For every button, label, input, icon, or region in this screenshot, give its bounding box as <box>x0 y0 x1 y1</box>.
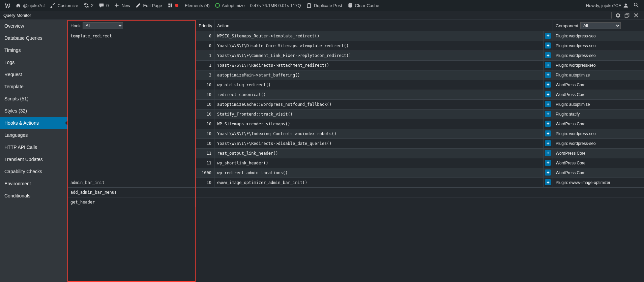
expand-button[interactable]: + <box>545 33 551 39</box>
action-cell: autoptimizeCache::wordpress_notfound_fal… <box>214 100 544 109</box>
priority-cell: 10 <box>196 109 214 119</box>
expand-cell: + <box>543 139 553 149</box>
expand-button[interactable]: + <box>545 111 551 117</box>
expand-button[interactable]: + <box>545 42 551 49</box>
wp-admin-bar: @jujoko7cf Customize 2 0 New Edit Page E… <box>0 0 644 11</box>
expand-button[interactable]: + <box>545 160 551 166</box>
component-cell: WordPress Core <box>553 168 644 178</box>
hook-name: add_admin_bar_menus <box>68 188 196 197</box>
component-cell: Plugin: autoptimize <box>553 100 644 109</box>
comment-icon <box>99 3 104 8</box>
action-cell: Yoast\W\S\I\F\Comment_Link_Fixer->replyt… <box>214 51 544 61</box>
nav-item-environment[interactable]: Environment <box>0 178 67 190</box>
empty-cell <box>196 188 644 197</box>
updates-link[interactable]: 2 <box>81 0 96 11</box>
action-cell: Yoast\W\S\I\F\Redirects->attachment_redi… <box>214 61 544 70</box>
col-priority: Priority <box>196 20 214 31</box>
component-cell: WordPress Core <box>553 149 644 158</box>
nav-item-transient-updates[interactable]: Transient Updates <box>0 153 67 165</box>
nav-item-styles-32-[interactable]: Styles (32) <box>0 105 67 117</box>
autoptimize-link[interactable]: Autoptimize <box>212 0 247 11</box>
component-cell: Plugin: wordpress-seo <box>553 129 644 139</box>
new-content-link[interactable]: New <box>111 0 133 11</box>
col-action: Action <box>214 20 553 31</box>
site-name-label: @jujoko7cf <box>23 3 45 8</box>
nav-item-logs[interactable]: Logs <box>0 56 67 68</box>
clear-cache-link[interactable]: Clear Cache <box>345 0 382 11</box>
elements-icon <box>168 3 173 8</box>
component-filter-select[interactable]: All <box>580 22 621 29</box>
expand-cell: + <box>543 51 553 61</box>
expand-button[interactable]: + <box>545 150 551 156</box>
expand-button[interactable]: + <box>545 140 551 146</box>
component-cell: Plugin: wordpress-seo <box>553 139 644 149</box>
component-cell: WordPress Core <box>553 119 644 129</box>
col-hook: Hook All <box>68 20 196 31</box>
priority-cell: 10 <box>196 90 214 100</box>
component-cell: Plugin: wordpress-seo <box>553 31 644 41</box>
qm-title-label: Query Monitor <box>3 13 610 18</box>
action-cell: ewww_image_optimizer_admin_bar_init() <box>214 178 544 188</box>
user-howdy[interactable]: Howdy, jujoko7CF <box>583 0 631 11</box>
nav-item-timings[interactable]: Timings <box>0 44 67 56</box>
wp-logo[interactable] <box>2 0 13 11</box>
expand-button[interactable]: + <box>545 72 551 78</box>
hook-filter-select[interactable]: All <box>83 22 123 29</box>
search-icon <box>634 3 639 8</box>
cache-icon <box>348 3 353 8</box>
expand-cell: + <box>543 41 553 51</box>
action-cell: WPSEO_Sitemaps_Router->template_redirect… <box>214 31 544 41</box>
duplicate-post-link[interactable]: Duplicate Post <box>304 0 345 11</box>
nav-item-capability-checks[interactable]: Capability Checks <box>0 165 67 178</box>
component-cell: Plugin: wordpress-seo <box>553 61 644 70</box>
expand-button[interactable]: + <box>545 121 551 127</box>
nav-item-scripts-51-[interactable]: Scripts (51) <box>0 93 67 105</box>
gear-icon <box>615 13 620 18</box>
howdy-label: Howdy, jujoko7CF <box>586 3 621 8</box>
popout-icon <box>624 13 630 18</box>
priority-cell: 1 <box>196 51 214 61</box>
nav-item-request[interactable]: Request <box>0 68 67 81</box>
expand-button[interactable]: + <box>545 52 551 58</box>
query-monitor-stats[interactable]: 0.47s 76.1MB 0.01s 117Q <box>247 0 304 11</box>
nav-item-hooks-actions[interactable]: Hooks & Actions <box>0 117 67 129</box>
elements-indicator[interactable]: Elements (4) <box>165 0 212 11</box>
nav-item-languages[interactable]: Languages <box>0 129 67 141</box>
priority-cell: 10 <box>196 80 214 90</box>
action-cell: WP_Sitemaps->render_sitemaps() <box>214 119 544 129</box>
duplicate-label: Duplicate Post <box>314 3 342 8</box>
site-name[interactable]: @jujoko7cf <box>13 0 48 11</box>
expand-button[interactable]: + <box>545 130 551 136</box>
nav-item-overview[interactable]: Overview <box>0 20 67 32</box>
comments-link[interactable]: 0 <box>96 0 111 11</box>
expand-cell: + <box>543 80 553 90</box>
nav-item-database-queries[interactable]: Database Queries <box>0 32 67 44</box>
action-cell: Yoast\W\S\I\F\Indexing_Controls->noindex… <box>214 129 544 139</box>
qm-close-button[interactable] <box>632 11 641 20</box>
priority-cell: 1 <box>196 61 214 70</box>
expand-cell: + <box>543 109 553 119</box>
customize-link[interactable]: Customize <box>48 0 81 11</box>
plus-icon <box>114 3 119 8</box>
expand-button[interactable]: + <box>545 179 551 185</box>
search-toggle[interactable] <box>631 0 642 11</box>
green-ring-icon <box>215 3 220 8</box>
expand-cell: + <box>543 100 553 109</box>
svg-point-0 <box>625 3 627 5</box>
nav-item-conditionals[interactable]: Conditionals <box>0 190 67 202</box>
component-cell: WordPress Core <box>553 158 644 168</box>
expand-cell: + <box>543 168 553 178</box>
expand-button[interactable]: + <box>545 82 551 88</box>
qm-popout-button[interactable] <box>622 11 632 20</box>
nav-item-http-api-calls[interactable]: HTTP API Calls <box>0 141 67 153</box>
expand-button[interactable]: + <box>545 91 551 97</box>
nav-item-template[interactable]: Template <box>0 81 67 93</box>
expand-button[interactable]: + <box>545 101 551 107</box>
customize-label: Customize <box>58 3 78 8</box>
expand-button[interactable]: + <box>545 62 551 68</box>
edit-page-link[interactable]: Edit Page <box>133 0 165 11</box>
qm-settings-button[interactable] <box>613 11 622 20</box>
perf-label: 0.47s 76.1MB 0.01s 117Q <box>250 3 301 8</box>
expand-button[interactable]: + <box>545 169 551 176</box>
component-cell: Plugin: statify <box>553 109 644 119</box>
